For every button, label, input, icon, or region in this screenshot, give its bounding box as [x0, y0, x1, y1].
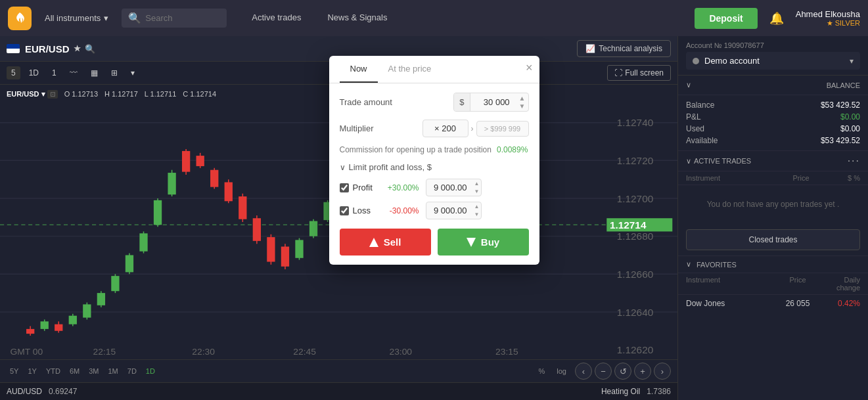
- timeframe-1d[interactable]: 1D: [24, 66, 43, 79]
- tab-active-trades[interactable]: Active trades: [240, 7, 313, 29]
- account-type-icon: [693, 58, 699, 64]
- trade-amount-stepper[interactable]: ▲ ▼: [516, 95, 528, 110]
- loss-input[interactable]: 9 000.00 ▲ ▼: [426, 202, 482, 219]
- svg-text:GMT 00: GMT 00: [10, 347, 43, 357]
- fullscreen-button[interactable]: ⛶ Full screen: [607, 65, 671, 81]
- loss-stepper[interactable]: ▲ ▼: [472, 203, 482, 217]
- deposit-button[interactable]: Deposit: [695, 8, 757, 29]
- chart-type-line[interactable]: 〰: [65, 66, 82, 79]
- chart-nav-minus[interactable]: −: [595, 363, 612, 380]
- timerange-1d[interactable]: 1D: [143, 366, 158, 376]
- trade-amount-label: Trade amount: [340, 97, 449, 107]
- timerange-6m[interactable]: 6M: [66, 366, 83, 376]
- user-name: Ahmed Elkousha: [796, 9, 860, 19]
- svg-rect-53: [281, 246, 289, 266]
- instrument-aud-usd[interactable]: AUD/USD 0.69247: [7, 387, 77, 396]
- svg-rect-41: [196, 156, 204, 166]
- limit-pl-toggle[interactable]: ∨ Limit profit and loss, $: [340, 162, 529, 172]
- chevron-down-icon: ▾: [104, 13, 108, 23]
- svg-rect-27: [97, 293, 105, 305]
- profit-input[interactable]: 9 000.00 ▲ ▼: [426, 179, 482, 196]
- svg-text:22:30: 22:30: [192, 347, 215, 357]
- chart-nav-plus[interactable]: +: [634, 363, 651, 380]
- fav-col-change: Daily change: [821, 276, 860, 292]
- available-row: Available $53 429.52: [686, 136, 860, 145]
- svg-rect-57: [309, 221, 317, 236]
- scale-log[interactable]: log: [553, 366, 570, 376]
- svg-text:22:15: 22:15: [93, 347, 116, 357]
- timeframe-5[interactable]: 5: [7, 66, 20, 79]
- commission-row: Commission for opening up a trade positi…: [340, 145, 529, 154]
- timerange-ytd[interactable]: YTD: [43, 366, 64, 376]
- user-menu[interactable]: Ahmed Elkousha ★ SILVER: [796, 9, 860, 28]
- amount-up-icon[interactable]: ▲: [519, 95, 526, 102]
- loss-down-icon[interactable]: ▼: [474, 211, 480, 218]
- trend-icon: 📈: [585, 44, 595, 53]
- profit-stepper[interactable]: ▲ ▼: [472, 180, 482, 194]
- active-trades-menu[interactable]: ···: [848, 155, 860, 167]
- modal-tab-now[interactable]: Now: [340, 56, 378, 83]
- svg-rect-47: [239, 196, 246, 219]
- loss-checkbox[interactable]: [340, 206, 349, 215]
- technical-analysis-button[interactable]: 📈 Technical analysis: [577, 40, 671, 57]
- timerange-1y[interactable]: 1Y: [24, 366, 39, 376]
- chart-ohlc: EUR/USD ▾ ⊡ O 1.12713 H 1.12717 L 1.1271…: [7, 90, 216, 99]
- scale-pct[interactable]: %: [536, 366, 549, 376]
- profit-checkbox[interactable]: [340, 183, 349, 192]
- account-type-row[interactable]: Demo account ▾: [686, 52, 860, 70]
- amount-down-icon[interactable]: ▼: [519, 102, 526, 110]
- favorites-toggle[interactable]: ∨: [686, 260, 691, 269]
- timerange-7d[interactable]: 7D: [124, 366, 140, 376]
- tab-news-signals[interactable]: News & Signals: [315, 7, 399, 29]
- ohlc-l: L 1.12711: [145, 90, 177, 99]
- instrument-heating-oil[interactable]: Heating Oil 1.7386: [601, 387, 671, 396]
- svg-rect-31: [126, 255, 133, 272]
- profit-down-icon[interactable]: ▼: [474, 188, 480, 195]
- svg-rect-33: [139, 233, 147, 251]
- search-box[interactable]: 🔍: [122, 9, 227, 28]
- chart-nav-refresh[interactable]: ↺: [614, 363, 631, 380]
- chart-tools-dropdown[interactable]: ▾: [126, 66, 139, 79]
- balance-section-toggle[interactable]: ∨: [686, 81, 691, 89]
- instrument-search-icon[interactable]: 🔍: [85, 44, 95, 54]
- search-input[interactable]: [145, 13, 220, 23]
- trade-amount-control[interactable]: $ 30 000 ▲ ▼: [453, 93, 528, 112]
- account-chevron-icon: ▾: [850, 56, 854, 66]
- commission-text: Commission for opening up a trade positi…: [340, 145, 529, 154]
- svg-rect-29: [111, 276, 119, 291]
- used-row: Used $0.00: [686, 124, 860, 133]
- chart-nav-right[interactable]: ›: [654, 363, 671, 380]
- closed-trades-button[interactable]: Closed trades: [686, 229, 860, 250]
- instrument-name[interactable]: EUR/USD ★ 🔍: [25, 43, 95, 55]
- chart-type-area[interactable]: ▦: [86, 66, 103, 79]
- logo[interactable]: [8, 7, 32, 30]
- profit-value: 9 000.00: [426, 179, 472, 196]
- profit-up-icon[interactable]: ▲: [474, 180, 480, 187]
- timeframe-1[interactable]: 1: [47, 66, 61, 79]
- chart-type-candle[interactable]: ⊞: [106, 66, 122, 79]
- svg-text:1.12700: 1.12700: [617, 194, 654, 204]
- timerange-3m[interactable]: 3M: [85, 366, 102, 376]
- timerange-1m[interactable]: 1M: [105, 366, 122, 376]
- fav-row-dow-jones[interactable]: Dow Jones 26 055 0.42%: [678, 295, 868, 312]
- timerange-controls: 5Y 1Y YTD 6M 3M 1M 7D 1D: [7, 366, 158, 376]
- modal-close-button[interactable]: ×: [526, 61, 533, 75]
- chart-nav-left[interactable]: ‹: [575, 363, 592, 380]
- svg-rect-45: [225, 182, 233, 201]
- loss-up-icon[interactable]: ▲: [474, 203, 480, 210]
- multiplier-value[interactable]: × 200: [423, 120, 468, 137]
- favorite-star-icon[interactable]: ★: [74, 44, 81, 53]
- loss-row: Loss -30.00% 9 000.00 ▲ ▼: [340, 202, 529, 219]
- modal-tab-at-price[interactable]: At the price: [378, 56, 442, 83]
- bell-icon[interactable]: 🔔: [769, 11, 784, 26]
- svg-text:1.12640: 1.12640: [617, 307, 654, 317]
- timerange-5y[interactable]: 5Y: [7, 366, 22, 376]
- sell-button[interactable]: Sell: [340, 229, 431, 256]
- user-level: ★ SILVER: [827, 19, 860, 28]
- ohlc-h: H 1.12717: [104, 90, 138, 99]
- all-instruments-dropdown[interactable]: All instruments ▾: [38, 9, 115, 27]
- right-panel: Account № 1909078677 Demo account ▾ ∨ BA…: [677, 36, 868, 400]
- multiplier-row: Multiplier × 200 › > $999 999: [340, 120, 529, 137]
- buy-button[interactable]: Buy: [438, 229, 529, 256]
- active-trades-toggle[interactable]: ∨: [686, 157, 691, 166]
